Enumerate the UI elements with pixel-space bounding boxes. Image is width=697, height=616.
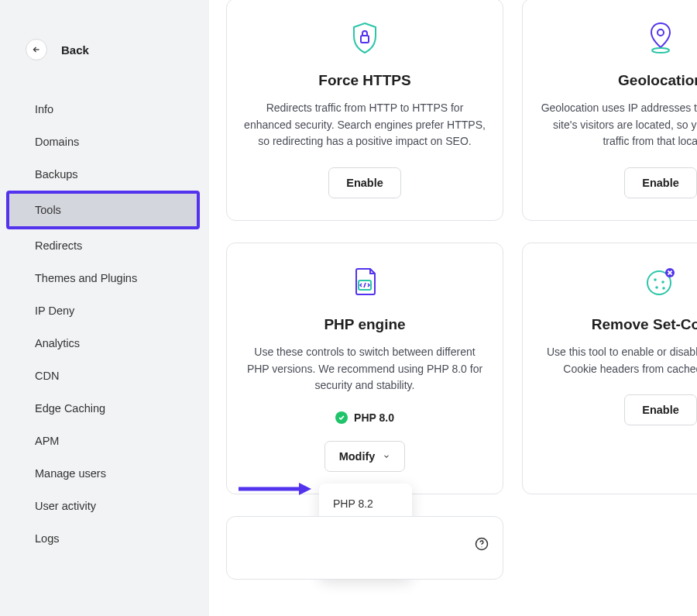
enable-button[interactable]: Enable [624, 394, 697, 425]
sidebar-item-tools[interactable]: Tools [6, 191, 200, 229]
help-icon[interactable] [475, 537, 489, 554]
sidebar-item-analytics[interactable]: Analytics [6, 327, 200, 360]
card-remove-set-cookie: Remove Set-Cookie Use this tool to enabl… [522, 243, 697, 494]
php-version-label: PHP 8.0 [354, 411, 394, 424]
sidebar-item-backups[interactable]: Backups [6, 158, 200, 191]
back-button[interactable] [26, 39, 47, 60]
svg-rect-0 [361, 36, 369, 43]
back-row: Back [0, 39, 209, 60]
svg-point-8 [662, 287, 665, 290]
card-description: Geolocation uses IP addresses to find wh… [540, 100, 697, 150]
chevron-down-icon [383, 453, 390, 460]
sidebar-item-info[interactable]: Info [6, 93, 200, 126]
enable-button[interactable]: Enable [328, 167, 401, 198]
sidebar-item-themes-plugins[interactable]: Themes and Plugins [6, 262, 200, 294]
main-content: Force HTTPS Redirects traffic from HTTP … [209, 0, 697, 616]
back-label: Back [61, 43, 89, 57]
sidebar: Back Info Domains Backups Tools Redirect… [0, 0, 209, 616]
enable-button[interactable]: Enable [624, 167, 697, 198]
svg-point-6 [661, 280, 664, 284]
sidebar-item-user-activity[interactable]: User activity [6, 490, 200, 522]
sidebar-item-edge-caching[interactable]: Edge Caching [6, 392, 200, 425]
cookie-remove-icon [644, 265, 677, 299]
card-title: Geolocation [618, 72, 697, 89]
card-force-https: Force HTTPS Redirects traffic from HTTP … [226, 0, 503, 221]
card-title: Force HTTPS [318, 72, 410, 89]
card-php-engine: PHP engine Use these controls to switch … [226, 243, 503, 494]
check-circle-icon [335, 411, 348, 424]
sidebar-item-ip-deny[interactable]: IP Deny [6, 294, 200, 327]
card-title: PHP engine [324, 316, 405, 333]
modify-button-label: Modify [339, 450, 376, 463]
card-description: Redirects traffic from HTTP to HTTPS for… [244, 100, 486, 150]
sidebar-item-redirects[interactable]: Redirects [6, 229, 200, 262]
card-partial [226, 516, 503, 580]
card-description: Use this tool to enable or disable remov… [540, 344, 697, 377]
sidebar-item-manage-users[interactable]: Manage users [6, 457, 200, 490]
card-geolocation: Geolocation Geolocation uses IP addresse… [522, 0, 697, 221]
sidebar-item-logs[interactable]: Logs [6, 522, 200, 555]
svg-point-1 [658, 29, 664, 36]
svg-point-2 [652, 48, 669, 53]
sidebar-item-apm[interactable]: APM [6, 425, 200, 457]
svg-point-11 [481, 546, 482, 547]
location-pin-icon [646, 21, 675, 55]
dropdown-option[interactable]: PHP 8.2 [319, 490, 412, 518]
modify-button[interactable]: Modify [324, 441, 406, 472]
sidebar-item-cdn[interactable]: CDN [6, 360, 200, 392]
svg-point-7 [655, 286, 658, 289]
php-status: PHP 8.0 [335, 411, 394, 424]
annotation-arrow-icon [237, 482, 311, 499]
sidebar-item-domains[interactable]: Domains [6, 126, 200, 158]
code-file-icon [350, 265, 379, 299]
arrow-left-icon [32, 45, 41, 54]
sidebar-nav: Info Domains Backups Tools Redirects The… [0, 93, 209, 555]
card-description: Use these controls to switch between dif… [244, 344, 486, 394]
card-title: Remove Set-Cookie [592, 316, 697, 333]
svg-point-5 [654, 278, 657, 281]
shield-lock-icon [351, 21, 379, 55]
svg-marker-13 [299, 483, 311, 495]
